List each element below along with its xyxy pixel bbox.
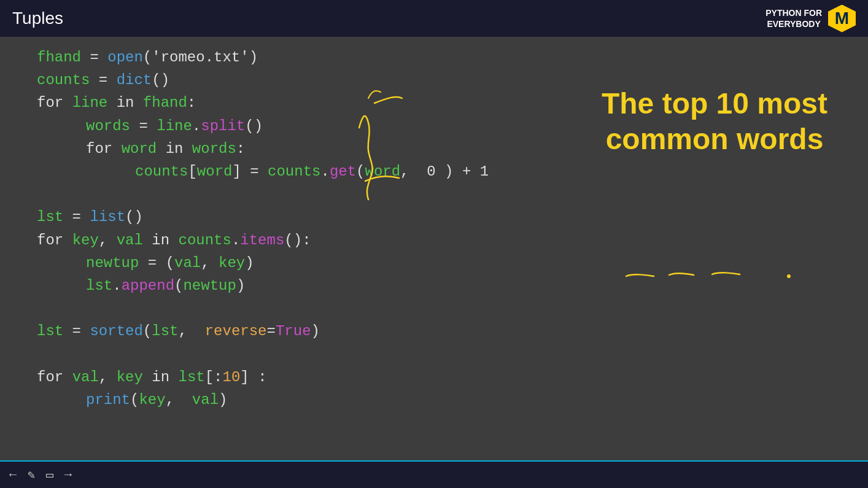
code-line: for word in words: — [37, 137, 622, 160]
code-line: counts[word] = counts.get(word, 0 ) + 1 — [37, 160, 622, 183]
code-line: fhand = open('romeo.txt') — [37, 46, 622, 69]
code-line: lst.append(newtup) — [37, 274, 622, 297]
code-block: fhand = open('romeo.txt')counts = dict()… — [37, 46, 622, 411]
code-line: print(key, val) — [37, 389, 622, 411]
code-line: lst = sorted(lst, reverse=True) — [37, 320, 622, 343]
code-line: for key, val in counts.items(): — [37, 229, 622, 252]
branding-text: PYTHON FOR EVERYBODY — [765, 7, 822, 29]
code-line: for line in fhand: — [37, 91, 622, 114]
code-line — [37, 297, 622, 320]
svg-point-0 — [787, 274, 791, 278]
main-content: fhand = open('romeo.txt')counts = dict()… — [0, 37, 868, 460]
michigan-logo: M — [828, 5, 856, 33]
code-line: newtup = (val, key) — [37, 252, 622, 274]
annotation-text: The top 10 most common words — [598, 86, 831, 157]
code-line — [37, 343, 622, 365]
code-line: lst = list() — [37, 206, 622, 228]
toolbar: ← ✎ ▭ → — [0, 460, 868, 488]
code-line — [37, 183, 622, 206]
forward-icon[interactable]: → — [64, 468, 72, 482]
code-line: for val, key in lst[:10] : — [37, 366, 622, 389]
header: Tuples PYTHON FOR EVERYBODY M — [0, 0, 868, 37]
edit-icon[interactable]: ✎ — [28, 467, 35, 482]
page-title: Tuples — [12, 9, 63, 28]
back-icon[interactable]: ← — [9, 468, 17, 482]
code-line: words = line.split() — [37, 115, 622, 137]
branding: PYTHON FOR EVERYBODY M — [765, 5, 856, 33]
screen-icon[interactable]: ▭ — [46, 467, 53, 482]
code-line: counts = dict() — [37, 69, 622, 91]
